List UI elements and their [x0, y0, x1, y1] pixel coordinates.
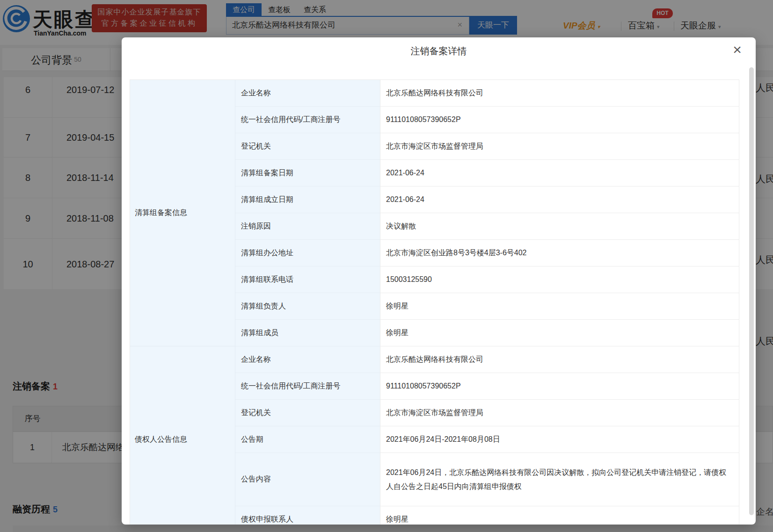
field-label: 清算组成员: [235, 320, 380, 346]
field-label: 清算组负责人: [235, 293, 380, 320]
field-value: 徐明星: [380, 506, 739, 525]
field-value: 北京乐酷达网络科技有限公司: [380, 346, 739, 373]
field-value: 91110108057390652P: [380, 373, 739, 400]
modal-scrollbar[interactable]: [749, 67, 754, 515]
cancellation-detail-table: 清算组备案信息 企业名称 北京乐酷达网络科技有限公司 统一社会信用代码/工商注册…: [130, 79, 739, 525]
field-value: 决议解散: [380, 213, 739, 240]
field-label: 统一社会信用代码/工商注册号: [235, 373, 380, 400]
field-value: 徐明星: [380, 320, 739, 346]
field-value: 北京市海淀区市场监督管理局: [380, 133, 739, 160]
field-value: 2021年06月24日，北京乐酷达网络科技有限公司因决议解散，拟向公司登记机关申…: [380, 453, 739, 506]
close-icon[interactable]: ×: [733, 41, 742, 58]
field-label: 企业名称: [235, 80, 380, 107]
field-label: 债权申报联系人: [235, 506, 380, 525]
field-value: 北京市海淀区市场监督管理局: [380, 400, 739, 426]
field-label: 公告内容: [235, 453, 380, 506]
field-value: 北京市海淀区创业路8号3号楼4层3-6号402: [380, 240, 739, 266]
field-label: 登记机关: [235, 400, 380, 426]
cancellation-detail-modal: 注销备案详情 × 清算组备案信息 企业名称 北京乐酷达网络科技有限公司 统一社会…: [122, 37, 756, 525]
field-value: 2021-06-24: [380, 187, 739, 213]
field-label: 注销原因: [235, 213, 380, 240]
field-label: 登记机关: [235, 133, 380, 160]
field-label: 清算组办公地址: [235, 240, 380, 266]
field-value: 2021-06-24: [380, 160, 739, 187]
field-value: 2021年06月24日-2021年08月08日: [380, 426, 739, 453]
field-label: 清算组成立日期: [235, 187, 380, 213]
field-label: 企业名称: [235, 346, 380, 373]
modal-title: 注销备案详情: [122, 45, 756, 58]
field-label: 公告期: [235, 426, 380, 453]
field-label: 清算组备案日期: [235, 160, 380, 187]
field-value: 徐明星: [380, 293, 739, 320]
field-value: 北京乐酷达网络科技有限公司: [380, 80, 739, 107]
field-value: 15003125590: [380, 266, 739, 293]
field-value: 91110108057390652P: [380, 107, 739, 133]
group-label-creditor-notice: 债权人公告信息: [130, 346, 235, 525]
group-label-liquidation: 清算组备案信息: [130, 80, 235, 346]
field-label: 清算组联系电话: [235, 266, 380, 293]
field-label: 统一社会信用代码/工商注册号: [235, 107, 380, 133]
